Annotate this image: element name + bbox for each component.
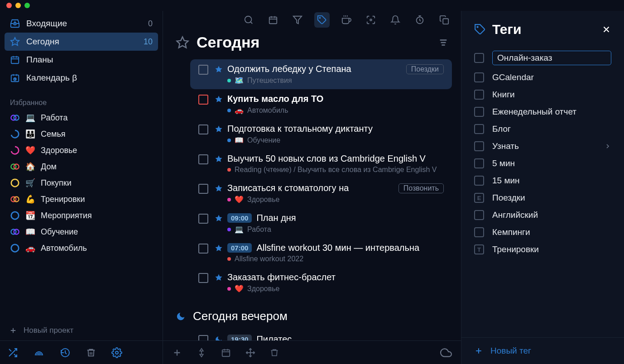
svg-rect-33 — [222, 350, 230, 356]
new-tag-button[interactable]: Новый тег — [461, 337, 624, 364]
tag-label: Книги — [492, 90, 611, 100]
filter-icon[interactable] — [290, 12, 305, 28]
project-item[interactable]: 📆Мероприятия — [5, 207, 158, 224]
task-checkbox[interactable] — [198, 125, 208, 134]
project-ring-icon — [10, 211, 20, 220]
task-project: Здоровье — [247, 285, 279, 293]
add-task-icon[interactable] — [172, 348, 182, 358]
project-dot-icon — [227, 139, 231, 142]
tag-checkbox[interactable] — [474, 124, 484, 134]
maximize-window-button[interactable] — [24, 3, 30, 8]
task-item[interactable]: Записаться к стоматологу наПозвонить❤️Зд… — [190, 178, 452, 208]
task-checkbox[interactable] — [198, 244, 208, 254]
svg-point-6 — [11, 130, 19, 138]
project-item[interactable]: 💪Тренировки — [5, 191, 158, 207]
priority-icon[interactable] — [197, 348, 206, 358]
sidebar-bottombar — [0, 340, 163, 364]
project-item[interactable]: 👪Семья — [5, 126, 158, 142]
calendar-grid-icon[interactable] — [265, 12, 281, 28]
task-checkbox[interactable] — [198, 273, 208, 283]
copy-icon[interactable] — [437, 12, 452, 28]
svg-marker-27 — [216, 125, 222, 132]
task-item[interactable]: Подготовка к тотальному диктанту📖Обучени… — [190, 119, 452, 149]
tag-row[interactable]: Кемпинги — [470, 224, 616, 241]
task-item[interactable]: 19:30Пилатес — [190, 330, 452, 340]
tag-row[interactable]: Онлайн-заказ — [470, 47, 616, 69]
task-checkbox[interactable] — [198, 214, 208, 224]
gear-icon[interactable] — [111, 347, 122, 358]
minimize-window-button[interactable] — [15, 3, 21, 8]
tag-checkbox[interactable] — [474, 176, 484, 186]
tag-row[interactable]: Книги — [470, 86, 616, 103]
tag-row[interactable]: Блог — [470, 120, 616, 138]
tag-row[interactable]: Узнать — [470, 138, 616, 155]
tag-row[interactable]: 15 мин — [470, 172, 616, 189]
tag-row[interactable]: 5 мин — [470, 155, 616, 172]
tag-icon[interactable] — [314, 12, 330, 28]
nav-item-calendar[interactable]: Планы — [5, 51, 158, 69]
move-icon[interactable] — [245, 348, 255, 358]
tag-row[interactable]: Английский — [470, 206, 616, 224]
svg-marker-32 — [216, 274, 222, 280]
nav-item-inbox[interactable]: Входящие0 — [5, 14, 158, 33]
bell-icon[interactable] — [388, 12, 403, 28]
task-checkbox[interactable] — [198, 184, 208, 194]
menu-icon[interactable] — [438, 38, 448, 48]
page-header: Сегодня — [172, 31, 452, 59]
cloud-sync-icon[interactable] — [440, 347, 452, 359]
nav-item-star[interactable]: Сегодня10 — [5, 33, 158, 51]
shuffle-icon[interactable] — [7, 347, 18, 358]
tag-row[interactable]: EПоездки — [470, 189, 616, 206]
task-tag-pill[interactable]: Позвонить — [398, 183, 444, 193]
coffee-icon[interactable] — [339, 12, 354, 28]
tag-row[interactable]: GCalendar — [470, 69, 616, 86]
task-item[interactable]: 07:00Allsfine workout 30 мин — интерваль… — [190, 238, 452, 268]
project-item[interactable]: 🛒Покупки — [5, 175, 158, 191]
task-checkbox[interactable] — [198, 95, 208, 105]
window-titlebar — [0, 0, 624, 11]
tag-checkbox[interactable]: E — [474, 193, 484, 203]
project-item[interactable]: 💻Работа — [5, 110, 158, 126]
task-checkbox[interactable] — [198, 65, 208, 75]
new-project-button[interactable]: Новый проект — [0, 321, 163, 340]
task-item[interactable]: Выучить 50 новых слов из Cambridge Engli… — [190, 149, 452, 178]
tag-checkbox[interactable] — [474, 107, 484, 117]
star-outline-icon[interactable] — [176, 36, 189, 49]
focus-icon[interactable] — [363, 12, 379, 28]
project-item[interactable]: ❤️Здоровье — [5, 142, 158, 158]
tag-checkbox[interactable] — [474, 227, 484, 237]
project-item[interactable]: 🚗Автомобиль — [5, 240, 158, 256]
search-icon[interactable] — [241, 12, 256, 28]
project-item[interactable]: 🏠Дом — [5, 158, 158, 175]
task-checkbox[interactable] — [198, 154, 208, 164]
task-title: План дня — [256, 213, 296, 223]
tag-checkbox[interactable]: T — [474, 244, 484, 254]
topbar — [163, 11, 461, 29]
nav-item-calbeta[interactable]: Календарь β — [5, 69, 158, 87]
history-icon[interactable] — [60, 347, 71, 358]
tag-checkbox[interactable] — [474, 210, 484, 220]
stopwatch-icon[interactable] — [412, 12, 427, 28]
close-window-button[interactable] — [6, 3, 12, 8]
task-checkbox[interactable] — [198, 335, 208, 340]
project-item[interactable]: 📖Обучение — [5, 224, 158, 240]
tag-checkbox[interactable] — [474, 53, 484, 63]
task-item[interactable]: 09:00План дня💻Работа — [190, 208, 452, 238]
task-item[interactable]: Одолжить лебедку у СтепанаПоездки🗺️Путеш… — [190, 59, 452, 89]
tag-row[interactable]: TТренировки — [470, 241, 616, 258]
task-tag-pill[interactable]: Поездки — [406, 64, 444, 74]
close-icon[interactable] — [601, 24, 611, 34]
tag-checkbox[interactable] — [474, 141, 484, 151]
nav-count: 10 — [144, 37, 153, 47]
date-icon[interactable] — [221, 348, 231, 358]
tag-checkbox[interactable] — [474, 158, 484, 168]
rainbow-icon[interactable] — [34, 347, 44, 358]
task-project: Работа — [247, 225, 271, 234]
trash-icon[interactable] — [86, 348, 96, 358]
task-item[interactable]: Заказать фитнес-браслет❤️Здоровье — [190, 268, 452, 297]
tag-checkbox[interactable] — [474, 72, 484, 82]
tag-checkbox[interactable] — [474, 90, 484, 100]
tag-row[interactable]: Еженедельный отчет — [470, 103, 616, 120]
delete-icon[interactable] — [270, 348, 279, 357]
task-item[interactable]: Купить масло для ТО🚗Автомобиль — [190, 89, 452, 119]
